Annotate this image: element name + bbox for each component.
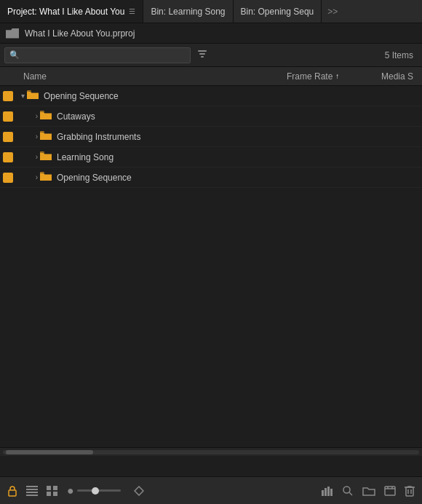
folder-button[interactable]	[362, 486, 375, 496]
expand-arrow[interactable]: ▾	[16, 92, 26, 100]
zoom-min-button[interactable]: ●	[67, 484, 74, 497]
scrollbar-thumb[interactable]	[6, 450, 93, 454]
svg-rect-4	[26, 486, 38, 487]
expand-arrow[interactable]: ›	[16, 133, 39, 141]
svg-rect-12	[322, 490, 324, 496]
table-row[interactable]: › Grabbing Instruments	[0, 127, 422, 147]
col-header-frame-rate[interactable]: Frame Rate ↑	[287, 71, 381, 82]
expand-arrow[interactable]: ›	[16, 173, 39, 181]
zoom-slider-area: ●	[67, 484, 125, 497]
svg-rect-18	[385, 487, 395, 495]
search-button[interactable]	[342, 485, 354, 497]
svg-rect-6	[26, 492, 38, 493]
table-row[interactable]: › Cutaways	[0, 106, 422, 127]
expand-arrow[interactable]: ›	[16, 112, 39, 120]
color-tag	[3, 152, 13, 162]
lock-button[interactable]	[7, 485, 17, 497]
expand-arrow[interactable]: ›	[16, 153, 39, 161]
file-name: Opening Sequence	[44, 91, 419, 101]
filepath-row: What I Like About You.prproj	[0, 23, 422, 44]
filter-icon[interactable]	[196, 48, 208, 62]
trash-button[interactable]	[405, 485, 415, 497]
folder-icon	[39, 151, 52, 163]
file-name: Opening Sequence	[57, 173, 419, 183]
clip-button[interactable]	[384, 486, 396, 496]
search-icon: 🔍	[9, 50, 20, 60]
table-row[interactable]: › Opening Sequence	[0, 168, 422, 188]
tab-project-menu-icon[interactable]: ☰	[129, 7, 135, 15]
svg-rect-0	[198, 50, 207, 52]
svg-rect-15	[330, 489, 333, 496]
file-name: Learning Song	[57, 152, 419, 162]
color-tag	[3, 91, 13, 101]
svg-rect-9	[53, 486, 57, 490]
folder-icon	[39, 171, 52, 184]
table-row[interactable]: › Learning Song	[0, 147, 422, 168]
scrollbar-track	[3, 450, 419, 454]
color-tag	[3, 111, 13, 122]
svg-point-16	[343, 487, 350, 493]
col-header-media-s: Media S	[381, 71, 419, 82]
tab-project[interactable]: Project: What I Like About You ☰	[0, 0, 143, 23]
svg-rect-5	[26, 489, 38, 490]
folder-icon	[26, 90, 39, 102]
bottom-toolbar: ●	[0, 476, 422, 504]
file-list: ▾ Opening Sequence › Cutaways › Grabbi	[0, 86, 422, 447]
list-view-button[interactable]	[26, 486, 38, 496]
tab-bar: Project: What I Like About You ☰ Bin: Le…	[0, 0, 422, 23]
tab-bin-opening-label: Bin: Opening Sequ	[241, 7, 314, 17]
svg-rect-22	[406, 487, 413, 496]
color-tag	[3, 173, 13, 183]
svg-rect-13	[325, 488, 327, 496]
svg-rect-7	[26, 495, 38, 496]
svg-rect-8	[47, 486, 51, 490]
column-headers: Name Frame Rate ↑ Media S	[0, 67, 422, 86]
sort-arrow-icon: ↑	[335, 72, 339, 80]
grid-view-button[interactable]	[47, 486, 58, 496]
table-row[interactable]: ▾ Opening Sequence	[0, 86, 422, 106]
svg-rect-14	[327, 487, 330, 496]
zoom-slider-thumb[interactable]	[92, 487, 99, 495]
tab-bin-learning-label: Bin: Learning Song	[151, 7, 225, 17]
items-count: 5 Items	[385, 50, 413, 60]
search-box[interactable]: 🔍	[4, 47, 191, 63]
file-name: Cutaways	[57, 111, 419, 122]
filepath-text: What I Like About You.prproj	[25, 28, 135, 39]
tab-bin-learning[interactable]: Bin: Learning Song	[143, 0, 233, 23]
file-name: Grabbing Instruments	[57, 132, 419, 142]
tab-project-label: Project: What I Like About You	[7, 7, 124, 17]
horizontal-scrollbar[interactable]	[0, 447, 422, 456]
bars-button[interactable]	[322, 486, 333, 496]
svg-rect-2	[201, 56, 204, 58]
svg-rect-11	[53, 492, 57, 496]
svg-line-17	[349, 492, 352, 495]
zoom-slider-track[interactable]	[77, 489, 121, 492]
color-tag	[3, 132, 13, 142]
diamond-button[interactable]	[134, 486, 144, 496]
search-input[interactable]	[23, 50, 186, 60]
col-header-name[interactable]: Name	[3, 71, 287, 82]
folder-icon	[39, 110, 52, 122]
tab-bin-opening[interactable]: Bin: Opening Sequ	[234, 0, 322, 23]
folder-icon	[39, 130, 52, 143]
svg-rect-1	[199, 53, 205, 55]
svg-rect-3	[9, 490, 16, 496]
toolbar-row: 🔍 5 Items	[0, 44, 422, 67]
file-icon	[6, 28, 19, 39]
tab-overflow-button[interactable]: >>	[322, 0, 343, 23]
svg-rect-10	[47, 492, 51, 496]
